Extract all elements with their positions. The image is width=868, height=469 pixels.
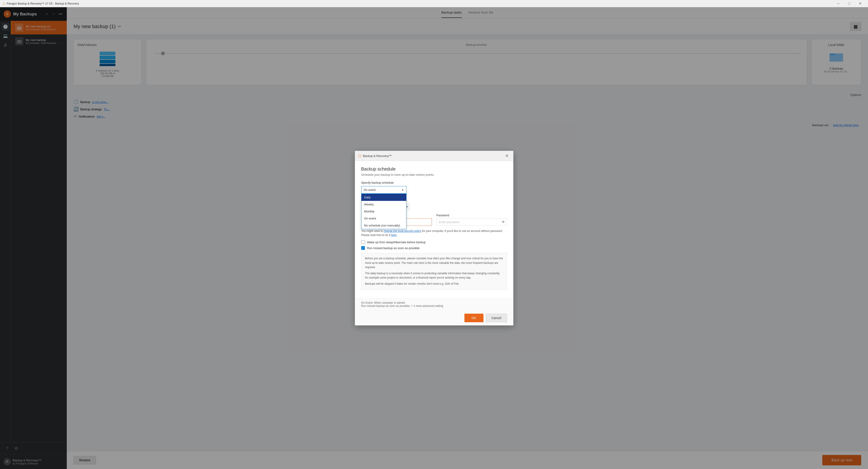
dropdown-option-monthly[interactable]: Monthly (362, 208, 406, 215)
minimize-button[interactable]: ─ (833, 0, 843, 7)
wake-up-label: Wake up from sleep/hibernate before back… (367, 240, 426, 244)
run-missed-checkbox[interactable]: ✓ (361, 246, 365, 250)
dropdown-arrow-icon: ▼ (402, 188, 404, 192)
cancel-button[interactable]: Cancel (486, 314, 507, 322)
modal-buttons: OK Cancel (355, 310, 513, 325)
info-box: Before you set a backup schedule, please… (361, 253, 507, 289)
modal-subtitle: Schedule your backup to have up-to-date … (361, 173, 507, 176)
dropdown-selected-value: On event (364, 188, 402, 192)
modal-titlebar: ⬡ Backup & Recovery™ ✕ (355, 151, 513, 161)
security-note: You might need to change the local secur… (361, 229, 507, 237)
password-label: Password (436, 213, 507, 217)
ok-button[interactable]: OK (464, 314, 484, 322)
footer-line2: Run missed backup as soon as possible, +… (361, 304, 507, 307)
dropdown-option-on-event[interactable]: On event (362, 215, 406, 222)
run-missed-row: ✓ Run missed backup as soon as possible (361, 246, 507, 250)
dropdown-option-no-schedule[interactable]: No schedule (run manually) (362, 222, 406, 229)
schedule-dropdown[interactable]: On event ▼ (361, 186, 406, 194)
modal-icon: ⬡ (358, 154, 361, 158)
show-password-button[interactable]: 👁 (502, 220, 505, 224)
modal-app-name: Backup & Recovery™ (363, 154, 502, 157)
app-icon: ⬡ (3, 2, 5, 5)
password-input-wrapper: 👁 (436, 218, 507, 226)
info-text-2: The daily backup is a necessity when it … (365, 271, 503, 280)
specify-label: Specify backup schedule (361, 181, 507, 184)
password-input[interactable] (436, 218, 507, 226)
modal-overlay: ⬡ Backup & Recovery™ ✕ Backup schedule S… (0, 7, 868, 469)
title-bar-text: Paragon Backup & Recovery™ 17 CE - Backu… (7, 2, 79, 5)
window-controls: ─ □ ✕ (833, 0, 865, 7)
info-text-1: Before you set a backup schedule, please… (365, 256, 503, 269)
backup-schedule-modal: ⬡ Backup & Recovery™ ✕ Backup schedule S… (355, 151, 513, 325)
dropdown-option-daily[interactable]: Daily (362, 194, 406, 201)
title-bar: ⬡ Paragon Backup & Recovery™ 17 CE - Bac… (0, 0, 868, 7)
close-button[interactable]: ✕ (855, 0, 865, 7)
run-missed-label: Run missed backup as soon as possible (367, 246, 420, 250)
maximize-button[interactable]: □ (844, 0, 855, 7)
wake-up-row: Wake up from sleep/hibernate before back… (361, 240, 507, 244)
modal-body: Backup schedule Schedule your backup to … (355, 161, 513, 298)
modal-footer-info: On Event: When computer is started Run m… (355, 298, 513, 310)
modal-title: Backup schedule (361, 167, 507, 172)
wake-up-checkbox[interactable] (361, 240, 365, 244)
here-link[interactable]: here (391, 233, 397, 237)
footer-line1: On Event: When computer is started (361, 301, 507, 304)
schedule-dropdown-wrapper: On event ▼ Daily Weekly Monthly On event… (361, 186, 507, 194)
modal-close-button[interactable]: ✕ (504, 153, 510, 159)
dropdown-option-weekly[interactable]: Weekly (362, 201, 406, 208)
info-text-3: Backups will be skipped if dates for cer… (365, 282, 503, 286)
dropdown-list: Daily Weekly Monthly On event No schedul… (361, 194, 406, 229)
security-policy-link[interactable]: change the local security policy (384, 229, 421, 233)
password-group: Password 👁 (436, 213, 507, 226)
